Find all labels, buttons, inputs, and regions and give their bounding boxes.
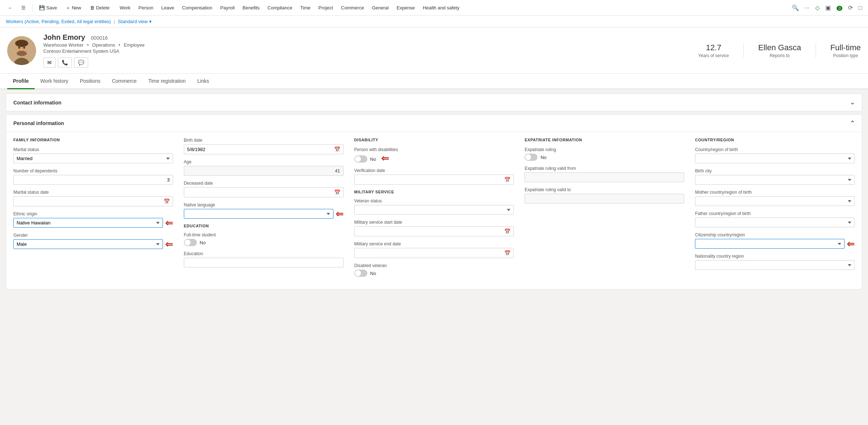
menu-person[interactable]: Person [135,3,157,13]
marital-date-input[interactable] [14,197,161,206]
birth-city-field: Birth city [695,168,855,185]
search-icon[interactable]: 🔍 [790,3,800,13]
veteran-status-select[interactable]: Veteran Non-veteran [354,205,514,215]
num-dependents-input[interactable] [13,175,173,185]
military-header: MILITARY SERVICE [354,190,514,194]
expatriate-ruling-toggle[interactable] [524,154,537,161]
menu-work[interactable]: Work [116,3,134,13]
tab-commerce[interactable]: Commerce [106,74,142,89]
contact-collapse-icon: ⌄ [850,99,855,106]
birth-country-select[interactable]: United States United Kingdom Canada Aust… [695,154,855,163]
marital-status-field: Marital status Married Single Divorced W… [13,147,173,163]
ruling-valid-to-input[interactable] [524,194,684,203]
nationality-field: Nationality country region [695,254,855,270]
employee-name: John Emory [43,33,85,42]
position-type-value: Full-time [830,43,861,52]
personal-form-columns: FAMILY INFORMATION Marital status Marrie… [13,138,855,282]
birth-date-input[interactable] [184,145,331,154]
marital-date-calendar-icon[interactable]: 📅 [161,197,173,206]
menu-compensation[interactable]: Compensation [178,3,216,13]
phone-icon: 📞 [62,60,68,65]
tab-work-history[interactable]: Work history [35,74,74,89]
delete-label: Delete [96,5,110,10]
birth-date-calendar-icon[interactable]: 📅 [331,145,343,154]
phone-button[interactable]: 📞 [58,57,72,68]
expatriate-header: EXPATRIATE INFORMATION [524,138,684,142]
fulltime-student-toggle[interactable] [184,239,197,246]
breadcrumb-text[interactable]: Workers (Active, Pending, Exited, All le… [6,19,111,24]
mil-start-date-input[interactable] [355,227,502,236]
birth-date-field: Birth date 📅 [184,138,344,154]
birth-city-select[interactable] [695,175,855,185]
marital-status-label: Marital status [13,147,173,152]
employee-department: Operations [92,42,115,48]
contact-section-header[interactable]: Contact information ⌄ [6,94,862,111]
education-input[interactable] [184,258,344,267]
employee-role: Warehouse Worker [43,42,83,48]
gender-select[interactable]: Male Female Non-binary [13,239,163,249]
notification-icon[interactable]: 0 [835,3,844,13]
avatar [7,36,36,65]
personal-section-body: FAMILY INFORMATION Marital status Marrie… [6,132,862,289]
num-dependents-field: Number of dependents [13,168,173,185]
reports-to-value: Ellen Gasca [758,43,801,52]
menu-benefits[interactable]: Benefits [239,3,263,13]
menu-health-safety[interactable]: Health and safety [419,3,463,13]
employee-id: 000016 [91,35,108,41]
years-of-service-block: 12.7 Years of service [698,43,729,58]
family-info-column: FAMILY INFORMATION Marital status Marrie… [13,138,184,282]
back-button[interactable]: ← [4,3,16,13]
position-type-block: Full-time Position type [830,43,861,58]
delete-button[interactable]: 🗑 Delete [86,3,113,13]
new-button[interactable]: ＋ New [62,3,85,13]
menu-expense[interactable]: Expense [393,3,419,13]
mil-end-date-input[interactable] [355,249,502,258]
diamond-icon[interactable]: ◇ [814,3,821,13]
mil-end-date-calendar-icon[interactable]: 📅 [501,248,513,258]
email-button[interactable]: ✉ [43,57,56,68]
tab-time-registration[interactable]: Time registration [142,74,191,89]
tab-profile[interactable]: Profile [7,74,35,89]
more-options-icon[interactable]: ··· [803,3,811,13]
deceased-date-input[interactable] [184,188,331,197]
mother-country-select[interactable] [695,196,855,206]
ethnic-origin-select[interactable]: Native Hawaiian Hispanic Asian Black Whi… [13,218,163,228]
personal-section-header[interactable]: Personal information ⌃ [6,115,862,132]
view-selector[interactable]: Standard view ▾ [118,19,151,24]
birth-country-field: Country/region of birth United States Un… [695,147,855,163]
menu-leave[interactable]: Leave [158,3,178,13]
deceased-date-calendar-icon[interactable]: 📅 [331,188,343,197]
ruling-valid-from-input[interactable] [524,172,684,182]
native-language-select[interactable]: English Spanish French German [184,209,333,219]
nav-separator [32,4,33,12]
disabled-veteran-toggle[interactable] [354,270,367,277]
menu-time[interactable]: Time [297,3,314,13]
nationality-select[interactable] [695,260,855,270]
contact-section: Contact information ⌄ [6,94,862,111]
gender-field: Gender Male Female Non-binary ⇐ [13,233,173,249]
father-country-select[interactable] [695,218,855,227]
person-disabilities-toggle[interactable] [354,155,367,163]
menu-button[interactable]: ☰ [18,3,29,13]
ethnic-origin-arrow-annotation: ⇐ [165,218,173,228]
save-button[interactable]: 💾 Save [35,3,61,13]
window-icon[interactable]: □ [857,3,864,13]
citizenship-select[interactable] [695,239,845,249]
employee-stats: 12.7 Years of service Ellen Gasca Report… [698,43,861,58]
mil-start-date-calendar-icon[interactable]: 📅 [501,227,513,236]
menu-compliance[interactable]: Compliance [264,3,296,13]
email-icon: ✉ [47,60,52,65]
menu-project[interactable]: Project [315,3,337,13]
mil-end-date-input-wrapper: 📅 [354,248,514,258]
menu-general[interactable]: General [368,3,392,13]
menu-commerce[interactable]: Commerce [337,3,368,13]
menu-payroll[interactable]: Payroll [217,3,238,13]
tab-links[interactable]: Links [191,74,215,89]
marital-status-select[interactable]: Married Single Divorced Widowed [13,154,173,163]
grid-icon[interactable]: ▣ [824,3,832,13]
tab-positions[interactable]: Positions [74,74,106,89]
verification-date-input[interactable] [355,175,502,184]
chat-button[interactable]: 💬 [74,57,88,68]
verification-date-calendar-icon[interactable]: 📅 [501,175,513,184]
refresh-icon[interactable]: ⟳ [847,3,854,13]
